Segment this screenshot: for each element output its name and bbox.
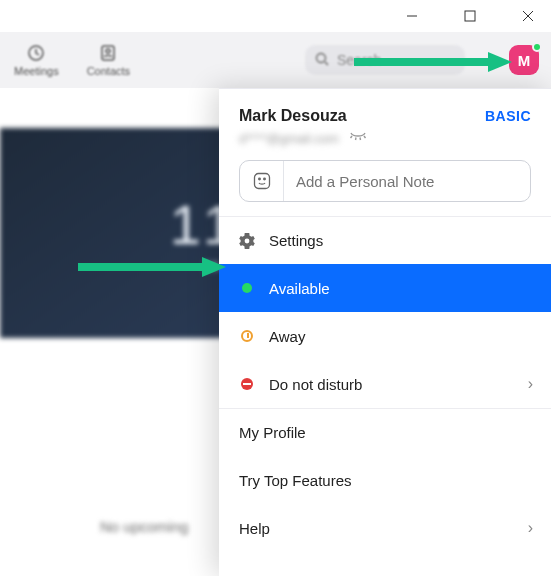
svg-point-6 bbox=[106, 49, 110, 53]
menu-item-my-profile[interactable]: My Profile bbox=[219, 408, 551, 456]
window-minimize-button[interactable] bbox=[395, 3, 429, 29]
tab-contacts-label: Contacts bbox=[87, 65, 130, 77]
menu-item-label: Help bbox=[239, 520, 270, 537]
menu-item-label: My Profile bbox=[239, 424, 306, 441]
menu-item-help[interactable]: Help › bbox=[219, 504, 551, 552]
svg-point-15 bbox=[263, 178, 265, 180]
smile-icon bbox=[253, 172, 271, 190]
search-box[interactable]: Search bbox=[305, 45, 465, 75]
search-placeholder: Search bbox=[337, 52, 381, 68]
profile-name: Mark Desouza bbox=[239, 107, 347, 125]
close-icon bbox=[522, 10, 534, 22]
personal-note-field[interactable] bbox=[239, 160, 531, 202]
menu-item-try-top-features[interactable]: Try Top Features bbox=[219, 456, 551, 504]
menu-item-available[interactable]: Available bbox=[219, 264, 551, 312]
tab-contacts[interactable]: Contacts bbox=[87, 43, 130, 77]
dnd-status-icon bbox=[239, 376, 255, 392]
svg-line-11 bbox=[360, 138, 361, 141]
window-maximize-button[interactable] bbox=[453, 3, 487, 29]
tab-meetings-label: Meetings bbox=[14, 65, 59, 77]
svg-line-12 bbox=[364, 136, 366, 138]
menu-item-label: Do not disturb bbox=[269, 376, 362, 393]
search-icon bbox=[315, 52, 329, 69]
chevron-right-icon: › bbox=[528, 375, 533, 393]
menu-item-label: Try Top Features bbox=[239, 472, 352, 489]
gear-icon bbox=[239, 233, 255, 249]
menu-item-settings[interactable]: Settings bbox=[219, 216, 551, 264]
emoji-picker-button[interactable] bbox=[240, 161, 284, 201]
profile-menu: Mark Desouza BASIC d****@gmail.com Setti… bbox=[219, 88, 551, 576]
svg-point-14 bbox=[258, 178, 260, 180]
menu-item-label: Away bbox=[269, 328, 305, 345]
svg-rect-1 bbox=[465, 11, 475, 21]
profile-email: d****@gmail.com bbox=[239, 131, 339, 146]
profile-avatar-button[interactable]: M bbox=[509, 45, 539, 75]
clock-icon bbox=[26, 43, 46, 63]
personal-note-input[interactable] bbox=[284, 173, 530, 190]
menu-item-label: Settings bbox=[269, 232, 323, 249]
presence-dot-icon bbox=[532, 42, 542, 52]
svg-point-7 bbox=[317, 53, 326, 62]
svg-line-10 bbox=[355, 138, 356, 141]
main-toolbar: Meetings Contacts Search M bbox=[0, 32, 551, 88]
avatar-initial: M bbox=[518, 52, 531, 69]
window-titlebar bbox=[0, 0, 551, 32]
maximize-icon bbox=[464, 10, 476, 22]
window-close-button[interactable] bbox=[511, 3, 545, 29]
available-status-icon bbox=[239, 280, 255, 296]
svg-point-16 bbox=[245, 238, 250, 243]
svg-rect-13 bbox=[254, 174, 269, 189]
hide-email-icon[interactable] bbox=[349, 131, 367, 146]
no-upcoming-text: No upcoming bbox=[100, 518, 188, 535]
menu-item-dnd[interactable]: Do not disturb › bbox=[219, 360, 551, 408]
minimize-icon bbox=[406, 10, 418, 22]
svg-line-9 bbox=[350, 136, 352, 138]
svg-line-8 bbox=[325, 62, 328, 65]
contacts-icon bbox=[98, 43, 118, 63]
menu-item-label: Available bbox=[269, 280, 330, 297]
plan-badge: BASIC bbox=[485, 108, 531, 124]
tab-meetings[interactable]: Meetings bbox=[14, 43, 59, 77]
away-status-icon bbox=[239, 328, 255, 344]
menu-item-away[interactable]: Away bbox=[219, 312, 551, 360]
chevron-right-icon: › bbox=[528, 519, 533, 537]
